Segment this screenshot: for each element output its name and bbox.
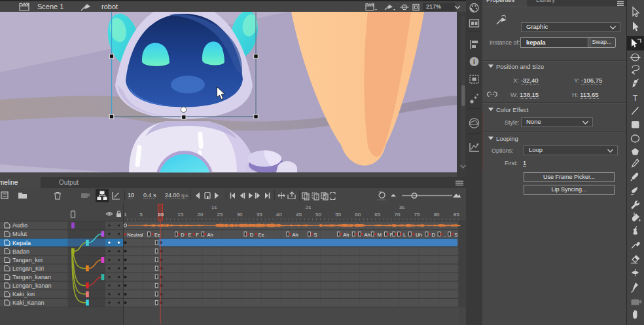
svg-text:Ah: Ah [292, 232, 298, 238]
svg-text:1s: 1s [211, 204, 217, 210]
svg-text:Tangan_kanan: Tangan_kanan [12, 274, 51, 280]
svg-text:45: 45 [296, 212, 302, 218]
svg-text:1: 1 [124, 212, 127, 218]
svg-text:15: 15 [177, 212, 183, 218]
svg-text:10: 10 [158, 212, 164, 218]
svg-text:Kepala: Kepala [12, 240, 31, 246]
svg-text:70: 70 [394, 212, 400, 218]
svg-text:25: 25 [217, 212, 223, 218]
svg-text:Lengan_kanan: Lengan_kanan [12, 282, 52, 289]
svg-text:Mulut: Mulut [12, 231, 27, 237]
svg-text:50: 50 [315, 212, 321, 218]
svg-text:..: .. [444, 232, 446, 238]
svg-text:40: 40 [276, 212, 282, 218]
svg-text:Badan: Badan [12, 248, 29, 255]
svg-text:F: F [196, 232, 199, 238]
svg-text:2s: 2s [306, 204, 311, 210]
svg-text:Audio: Audio [12, 222, 27, 229]
svg-text:35: 35 [257, 212, 262, 218]
svg-text:L: L [403, 232, 406, 238]
svg-text:Neutral: Neutral [127, 232, 143, 238]
svg-text:Ee: Ee [259, 232, 264, 238]
svg-text:D: D [181, 232, 185, 238]
svg-text:20: 20 [197, 212, 203, 218]
svg-text:Ah: Ah [365, 232, 370, 238]
svg-text:65: 65 [374, 212, 380, 218]
svg-text:0.4 s: 0.4 s [143, 192, 156, 199]
svg-text:3s: 3s [399, 204, 404, 210]
svg-text:D: D [432, 232, 436, 238]
svg-text:M: M [378, 232, 382, 238]
svg-text:i: i [473, 58, 475, 66]
svg-text:30: 30 [237, 212, 243, 218]
svg-text:55: 55 [335, 212, 341, 218]
svg-text:S: S [313, 232, 317, 238]
svg-text:24.00 fps: 24.00 fps [165, 192, 188, 199]
svg-text:10: 10 [128, 192, 134, 199]
svg-text:80: 80 [434, 212, 440, 218]
svg-text:Ah: Ah [207, 232, 213, 238]
svg-text:Tangan_kiri: Tangan_kiri [12, 257, 43, 263]
svg-text:85: 85 [454, 212, 459, 218]
svg-text:E: E [188, 232, 192, 238]
svg-text:Kaki_kiri: Kaki_kiri [12, 291, 35, 297]
svg-text:Ee: Ee [154, 232, 160, 238]
svg-text:S: S [454, 232, 457, 238]
svg-text:5: 5 [139, 212, 143, 218]
svg-text:Lengan_Kiri: Lengan_Kiri [12, 265, 44, 272]
svg-text:Kaki_Kanan: Kaki_Kanan [12, 299, 45, 306]
svg-text:Ah: Ah [343, 232, 349, 238]
svg-text:75: 75 [414, 212, 420, 218]
svg-text:Uh: Uh [416, 232, 422, 238]
svg-text:T: T [633, 94, 638, 103]
svg-text:60: 60 [355, 212, 361, 218]
svg-text:D: D [250, 232, 254, 238]
